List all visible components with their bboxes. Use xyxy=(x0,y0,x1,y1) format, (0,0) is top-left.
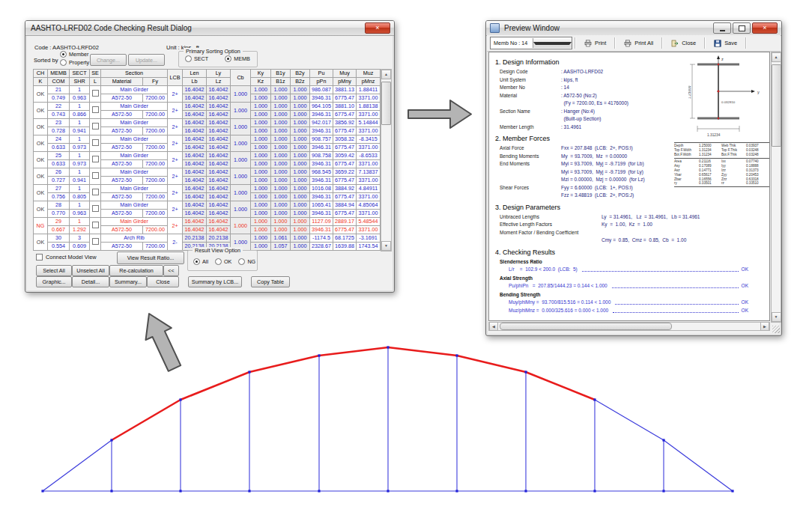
preview-titlebar[interactable]: Preview Window × xyxy=(486,21,781,36)
table-row[interactable]: 0.7490.963A572-507200.0016.404216.40421.… xyxy=(34,94,381,103)
bridge-node[interactable] xyxy=(318,490,320,492)
bridge-arch-member-highlighted[interactable] xyxy=(319,347,388,356)
table-scrollbar[interactable]: ▲ ▼ xyxy=(381,69,392,252)
table-row[interactable]: 0.6330.973A572-507200.0016.404216.40421.… xyxy=(34,160,381,168)
select-checkbox[interactable] xyxy=(90,234,101,251)
select-checkbox[interactable] xyxy=(90,218,101,234)
table-row[interactable]: 0.7700.963A572-507200.0016.404216.40421.… xyxy=(34,210,381,218)
bridge-arch-member-highlighted[interactable] xyxy=(526,372,595,400)
bridge-arch-member-highlighted[interactable] xyxy=(249,356,319,372)
copy-table-button[interactable]: Copy Table xyxy=(251,276,290,287)
table-row[interactable]: OK303Arch Rib2-20.213820.21381.0001.0001… xyxy=(34,234,381,243)
bridge-node[interactable] xyxy=(662,439,664,441)
radio-ng[interactable]: NG xyxy=(238,258,255,265)
select-checkbox[interactable] xyxy=(90,86,101,103)
scroll-down-icon[interactable]: ▼ xyxy=(772,312,781,322)
bridge-node[interactable] xyxy=(110,439,112,441)
bridge-node[interactable] xyxy=(455,490,458,492)
scrollbar-thumb[interactable] xyxy=(500,323,672,330)
select-checkbox[interactable] xyxy=(90,168,101,185)
select-checkbox[interactable] xyxy=(90,103,101,119)
table-row[interactable]: 0.7430.866A572-507200.0016.404216.40421.… xyxy=(34,111,381,119)
bridge-node[interactable] xyxy=(387,490,389,492)
scroll-right-icon[interactable]: ▶ xyxy=(760,322,769,331)
summary-button[interactable]: Summary... xyxy=(109,276,147,287)
radio-ok[interactable]: OK xyxy=(215,258,231,265)
dialog-titlebar[interactable]: AASHTO-LRFD02 Code Checking Result Dialo… xyxy=(25,21,394,36)
bridge-node[interactable] xyxy=(318,354,320,356)
bridge-node[interactable] xyxy=(248,371,250,373)
scroll-left-icon[interactable]: ◀ xyxy=(489,322,498,331)
minimize-icon[interactable] xyxy=(713,22,731,34)
print-button[interactable]: Print xyxy=(578,37,612,50)
bridge-node[interactable] xyxy=(179,490,181,492)
select-checkbox[interactable] xyxy=(90,201,101,218)
graphic-button[interactable]: Graphic... xyxy=(36,276,72,287)
chevron-down-icon[interactable] xyxy=(533,38,572,48)
select-checkbox[interactable] xyxy=(90,185,101,201)
bridge-node[interactable] xyxy=(455,354,458,356)
resize-grip[interactable] xyxy=(772,326,780,333)
bridge-node[interactable] xyxy=(110,490,112,492)
print-all-button[interactable]: Print All xyxy=(618,37,659,50)
table-row[interactable]: OK281Main Girder2+16.404216.40421.0001.0… xyxy=(34,201,381,210)
table-row[interactable]: OK261Main Girder2+16.404216.40421.0001.0… xyxy=(34,168,381,177)
bridge-arch-member-highlighted[interactable] xyxy=(457,356,526,372)
table-row[interactable]: OK251Main Girder2+16.404216.40421.0001.0… xyxy=(34,152,381,160)
radio-all[interactable]: All xyxy=(193,258,208,265)
select-checkbox[interactable] xyxy=(90,152,101,168)
bridge-arch-member[interactable] xyxy=(43,440,112,491)
maximize-icon[interactable] xyxy=(733,22,751,34)
connect-model-view-checkbox[interactable]: Connect Model View xyxy=(36,254,97,260)
radio-property[interactable]: Property xyxy=(60,59,89,66)
preview-vertical-scrollbar[interactable]: ▲ ▼ xyxy=(771,52,781,323)
close-icon[interactable]: × xyxy=(752,22,778,34)
scrollbar-thumb[interactable] xyxy=(381,82,391,125)
bridge-node[interactable] xyxy=(662,490,664,492)
update-button[interactable]: Update... xyxy=(128,54,165,66)
view-result-ratio-button[interactable]: View Result Ratio... xyxy=(117,252,184,264)
table-row[interactable]: 0.6330.973A572-507200.0016.404216.40421.… xyxy=(34,144,381,152)
bridge-node[interactable] xyxy=(387,346,389,348)
table-row[interactable]: 0.7270.941A572-507200.0016.404216.40421.… xyxy=(34,177,381,185)
scrollbar-thumb[interactable] xyxy=(772,64,781,147)
table-row[interactable]: OK211Main Girder2+16.404216.40421.0001.0… xyxy=(34,86,381,94)
table-row[interactable]: NG291Main Girder2+16.404216.40421.0001.0… xyxy=(34,218,381,226)
radio-memb[interactable]: MEMB xyxy=(225,55,250,62)
bridge-node[interactable] xyxy=(731,490,733,492)
close-preview-button[interactable]: Close xyxy=(665,37,702,50)
table-row[interactable]: 0.6671.292A572-507200.0016.404216.40421.… xyxy=(34,226,381,234)
table-row[interactable]: 0.7280.941A572-507200.0016.404216.40421.… xyxy=(34,127,381,135)
select-checkbox[interactable] xyxy=(90,119,101,135)
result-table[interactable]: CHMEMBSECTSESectionLCBLenLyCbKyB1yB2yPuM… xyxy=(33,69,381,251)
bridge-node[interactable] xyxy=(524,371,527,373)
save-button[interactable]: Save xyxy=(708,37,743,50)
radio-sect[interactable]: SECT xyxy=(185,55,208,62)
select-checkbox[interactable] xyxy=(90,135,101,152)
table-row[interactable]: OK271Main Girder2+16.404216.40421.0001.0… xyxy=(34,185,381,193)
bridge-node[interactable] xyxy=(524,490,527,492)
scroll-up-icon[interactable]: ▲ xyxy=(381,70,391,79)
scroll-down-icon[interactable]: ▼ xyxy=(381,241,391,251)
bridge-node[interactable] xyxy=(179,398,181,400)
bridge-arch-member[interactable] xyxy=(595,400,664,440)
table-row[interactable]: OK221Main Girder2+16.404216.40421.0001.0… xyxy=(34,103,381,111)
summary-by-lcb-button[interactable]: Summary by LCB... xyxy=(188,276,242,287)
bridge-arch-member-highlighted[interactable] xyxy=(112,400,181,440)
table-row[interactable]: OK231Main Girder2+16.404216.40421.0001.0… xyxy=(34,119,381,127)
re-calculation-button[interactable]: Re-calculation xyxy=(109,265,163,276)
table-row[interactable]: OK241Main Girder2+16.404216.40421.0001.0… xyxy=(34,135,381,144)
table-row[interactable]: 0.7560.805A572-507200.0016.404216.40421.… xyxy=(34,193,381,201)
bridge-node[interactable] xyxy=(41,490,43,492)
bridge-node[interactable] xyxy=(593,490,596,492)
select-all-button[interactable]: Select All xyxy=(36,265,72,276)
close-icon[interactable]: × xyxy=(365,22,390,34)
bridge-arch-member[interactable] xyxy=(664,440,733,491)
preview-horizontal-scrollbar[interactable]: ◀ ▶ xyxy=(488,322,770,331)
bridge-node[interactable] xyxy=(593,398,596,400)
unselect-all-button[interactable]: Unselect All xyxy=(72,265,109,276)
bridge-arch-member-highlighted[interactable] xyxy=(181,372,249,400)
radio-member[interactable]: Member xyxy=(60,51,89,58)
bridge-arch-member-highlighted[interactable] xyxy=(388,347,457,356)
bridge-node[interactable] xyxy=(248,490,250,492)
